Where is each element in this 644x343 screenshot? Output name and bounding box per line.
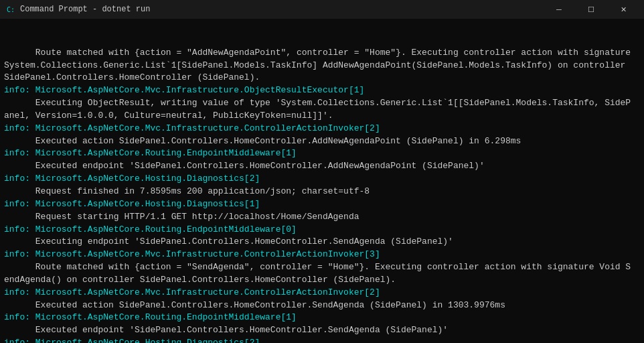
title-bar: C: Command Prompt - dotnet run ─ ☐ ✕ (0, 0, 644, 19)
console-line: info: Microsoft.AspNetCore.Routing.Endpo… (4, 224, 640, 236)
close-button[interactable]: ✕ (608, 0, 639, 19)
svg-text:C:: C: (7, 6, 15, 13)
console-line: Executed endpoint 'SidePanel.Controllers… (4, 160, 640, 173)
console-line: info: Microsoft.AspNetCore.Hosting.Diagn… (4, 337, 640, 343)
console-line: Executed action SidePanel.Controllers.Ho… (4, 135, 640, 148)
console-line: endAgenda() on controller SidePanel.Cont… (4, 274, 640, 287)
console-line: anel, Version=1.0.0.0, Culture=neutral, … (4, 110, 640, 123)
title-bar-left: C: Command Prompt - dotnet run (5, 4, 150, 15)
window-title: Command Prompt - dotnet run (20, 5, 150, 14)
console-line: Route matched with {action = "SendAgenda… (4, 261, 640, 274)
cmd-icon: C: (5, 4, 16, 15)
console-line: info: Microsoft.AspNetCore.Routing.Endpo… (4, 312, 640, 324)
minimize-button[interactable]: ─ (544, 0, 574, 19)
console-line: Request finished in 7.8595ms 200 applica… (4, 186, 640, 198)
console-line: info: Microsoft.AspNetCore.Mvc.Infrastru… (4, 84, 640, 97)
console-line: info: Microsoft.AspNetCore.Mvc.Infrastru… (4, 123, 640, 135)
title-bar-controls: ─ ☐ ✕ (544, 0, 639, 19)
console-line: SidePanel.Controllers.HomeController (Si… (4, 72, 640, 84)
console-line: info: Microsoft.AspNetCore.Routing.Endpo… (4, 147, 640, 160)
console-line: Executed action SidePanel.Controllers.Ho… (4, 299, 640, 312)
console-line: Executing ObjectResult, writing value of… (4, 97, 640, 110)
console-line: System.Collections.Generic.List`1[SidePa… (4, 60, 640, 72)
console-output: Route matched with {action = "AddNewAgen… (0, 19, 644, 343)
window: C: Command Prompt - dotnet run ─ ☐ ✕ Rou… (0, 0, 644, 343)
console-line: Request starting HTTP/1.1 GET http://loc… (4, 211, 640, 224)
console-line: info: Microsoft.AspNetCore.Mvc.Infrastru… (4, 287, 640, 299)
console-line: info: Microsoft.AspNetCore.Mvc.Infrastru… (4, 249, 640, 261)
maximize-button[interactable]: ☐ (576, 0, 607, 19)
console-line: Executed endpoint 'SidePanel.Controllers… (4, 324, 640, 337)
console-line: info: Microsoft.AspNetCore.Hosting.Diagn… (4, 173, 640, 186)
console-line: Route matched with {action = "AddNewAgen… (4, 47, 640, 60)
console-line: info: Microsoft.AspNetCore.Hosting.Diagn… (4, 198, 640, 211)
console-line: Executing endpoint 'SidePanel.Controller… (4, 236, 640, 249)
